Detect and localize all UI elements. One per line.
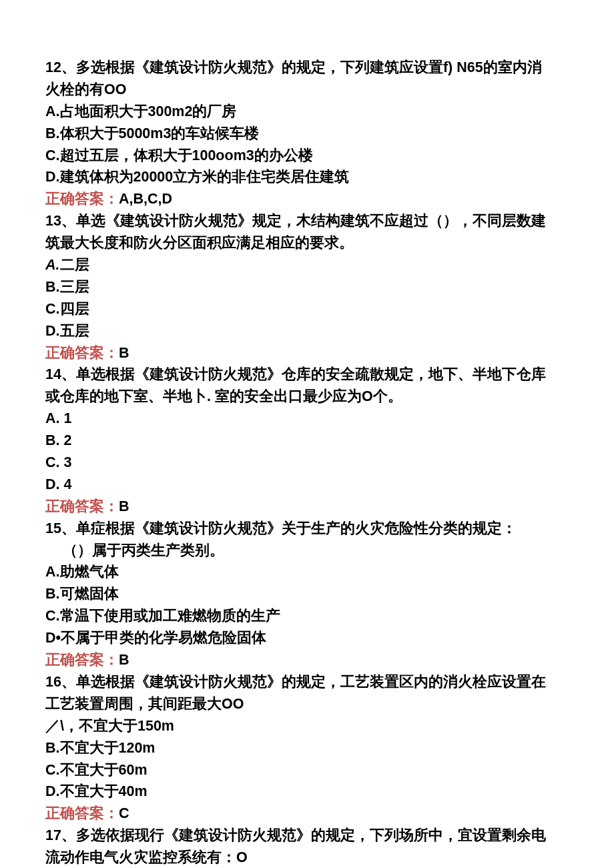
- q13-option-d-letter: D.: [45, 323, 60, 339]
- q12-option-c: C.超过五层，体积大于100oom3的办公楼: [45, 145, 614, 167]
- q13-option-b-text: 三层: [60, 279, 89, 295]
- q13-option-c-letter: C.: [45, 301, 60, 317]
- q15-option-a: A.助燃气体: [45, 561, 614, 583]
- q15-option-a-text: 助燃气体: [60, 564, 119, 580]
- q14-option-d: D. 4: [45, 474, 614, 496]
- q14-stem-line2: 或仓库的地下室、半地卜. 室的安全出口最少应为O个。: [45, 386, 614, 408]
- q13-option-a-text: 二层: [60, 257, 89, 273]
- q13-answer-value: B: [119, 345, 129, 361]
- q13-answer: 正确答案：B: [45, 342, 614, 364]
- q15-answer-value: B: [119, 652, 129, 668]
- q13-stem-line1: 13、单选《建筑设计防火规范》规定，木结构建筑不应超过（），不同层数建: [45, 210, 614, 232]
- q12-stem-line2: 火栓的有OO: [45, 79, 614, 101]
- q16-option-d-letter: D.: [45, 783, 60, 799]
- q13-option-b: B.三层: [45, 276, 614, 298]
- q13-option-c: C.四层: [45, 298, 614, 320]
- q16-option-d-text: 不宜大于40m: [60, 783, 147, 799]
- q15-option-c-text: 常温下使用或加工难燃物质的生产: [60, 608, 280, 624]
- q15-option-c-letter: C.: [45, 608, 60, 624]
- q15-stem-line1: 15、单症根据《建筑设计防火规范》关于生产的火灾危险性分类的规定：: [45, 518, 614, 540]
- q12-option-b-letter: B.: [45, 125, 60, 141]
- q12-stem-line1: 12、多选根据《建筑设计防火规范》的规定，下列建筑应设置f) N65的室内消: [45, 57, 614, 79]
- q13-answer-label: 正确答案：: [45, 345, 119, 361]
- q14-option-c: C. 3: [45, 452, 614, 474]
- q14-answer: 正确答案：B: [45, 496, 614, 518]
- q12-option-b-text: 体积大于5000m3的车站候车楼: [60, 125, 260, 141]
- q13-option-d-text: 五层: [60, 323, 89, 339]
- q16-option-a: ／\，不宜大于150m: [45, 715, 614, 737]
- q12-answer-label: 正确答案：: [45, 191, 119, 207]
- q14-stem-line1: 14、单选根据《建筑设计防火规范》仓库的安全疏散规定，地下、半地下仓库: [45, 364, 614, 386]
- q15-option-b-text: 可燃固体: [60, 586, 119, 602]
- q12-option-d-text: 建筑体枳为20000立方米的非住宅类居住建筑: [60, 169, 350, 185]
- q12-option-d: D.建筑体枳为20000立方米的非住宅类居住建筑: [45, 166, 614, 188]
- q16-option-c-text: 不宜大于60m: [60, 762, 147, 778]
- q15-option-d-letter: D•: [45, 630, 61, 646]
- q12-option-a-text: 占地面积大于300m2的厂房: [60, 103, 237, 119]
- q16-option-c-letter: C.: [45, 762, 60, 778]
- q15-option-d: D•不属于甲类的化学易燃危险固体: [45, 627, 614, 649]
- q16-answer: 正确答案：C: [45, 803, 614, 825]
- q13-option-d: D.五层: [45, 320, 614, 342]
- q16-answer-value: C: [119, 805, 129, 821]
- q15-option-c: C.常温下使用或加工难燃物质的生产: [45, 605, 614, 627]
- q14-option-b: B. 2: [45, 430, 614, 452]
- q13-option-b-letter: B.: [45, 279, 60, 295]
- q16-option-b: B.不宜大于120m: [45, 737, 614, 759]
- q16-option-c: C.不宜大于60m: [45, 759, 614, 781]
- q12-option-b: B.体积大于5000m3的车站候车楼: [45, 123, 614, 145]
- q13-option-a-letter: A.: [45, 257, 60, 273]
- q16-option-d: D.不宜大于40m: [45, 781, 614, 803]
- q15-option-d-text: 不属于甲类的化学易燃危险固体: [61, 630, 266, 646]
- q12-answer-value: A,B,C,D: [119, 191, 172, 207]
- q13-option-c-text: 四层: [60, 301, 89, 317]
- q12-option-c-text: 超过五层，体积大于100oom3的办公楼: [60, 147, 313, 163]
- q16-option-b-letter: B.: [45, 740, 60, 756]
- q15-answer-label: 正确答案：: [45, 652, 119, 668]
- q12-option-a: A.占地面积大于300m2的厂房: [45, 101, 614, 123]
- q12-option-a-letter: A.: [45, 103, 60, 119]
- q14-answer-value: B: [119, 498, 129, 514]
- q16-answer-label: 正确答案：: [45, 805, 119, 821]
- q16-stem-line1: 16、单选根据《建筑设计防火规范》的规定，工艺装置区内的消火栓应设置在: [45, 671, 614, 693]
- q12-option-c-letter: C.: [45, 147, 60, 163]
- q17-stem-line1: 17、多选依据现行《建筑设计防火规范》的规定，下列场所中，宜设置剩余电: [45, 825, 614, 847]
- q15-stem-line2: （）属于丙类生产类别。: [45, 540, 614, 562]
- q15-option-b: B.可燃固体: [45, 583, 614, 605]
- q14-answer-label: 正确答案：: [45, 498, 119, 514]
- q15-answer: 正确答案：B: [45, 649, 614, 671]
- q12-option-d-letter: D.: [45, 169, 60, 185]
- q13-option-a: A.二层: [45, 254, 614, 276]
- q16-option-b-text: 不宜大于120m: [60, 740, 156, 756]
- q14-option-a: A. 1: [45, 408, 614, 430]
- q13-stem-line2: 筑最大长度和防火分区面积应满足相应的要求。: [45, 232, 614, 254]
- q12-answer: 正确答案：A,B,C,D: [45, 188, 614, 210]
- q16-stem-line2: 工艺装置周围，其间距最大OO: [45, 693, 614, 715]
- q17-stem-line2: 流动作电气火灾监控系统有：O: [45, 847, 614, 868]
- q15-option-a-letter: A.: [45, 564, 60, 580]
- q15-option-b-letter: B.: [45, 586, 60, 602]
